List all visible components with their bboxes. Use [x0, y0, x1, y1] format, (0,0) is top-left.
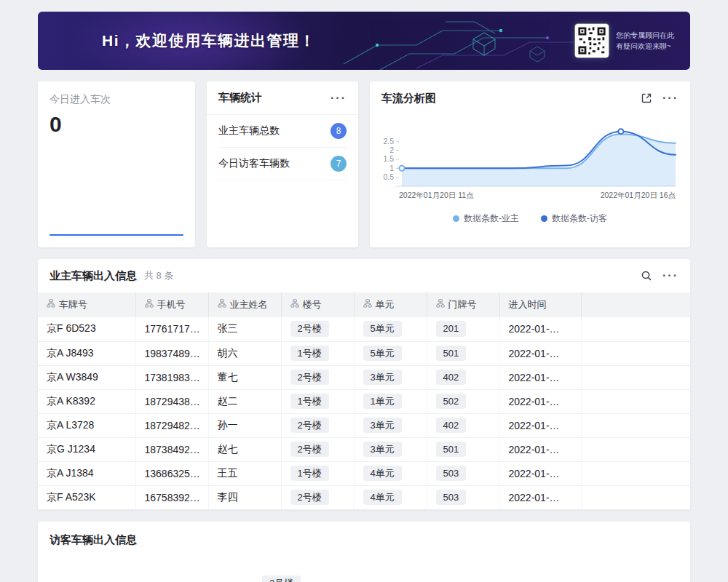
cell-time: 2022-01-… [499, 437, 581, 461]
cell-owner: 胡六 [208, 341, 281, 365]
more-icon[interactable]: ··· [662, 270, 678, 282]
cell-tag: 5单元 [363, 321, 402, 337]
table-row[interactable]: 京F A523K16758392…李四2号楼4单元5032022-01-… [38, 485, 690, 509]
table-row[interactable]: 京F 6D52317761717…张三2号楼5单元2012022-01-… [38, 317, 690, 341]
legend-item[interactable]: 数据条数-访客 [541, 212, 607, 225]
legend-dot [541, 215, 547, 222]
visitor-table-card: 访客车辆出入信息 2号楼 [38, 522, 690, 582]
export-icon[interactable] [641, 92, 652, 104]
chart-legend: 数据条数-业主数据条数-访客 [370, 212, 690, 225]
column-label: 进入时间 [509, 299, 547, 310]
cell-unit: 5单元 [354, 341, 427, 365]
today-entry-label: 今日进入车次 [50, 93, 183, 106]
cell-door: 502 [427, 389, 499, 413]
qr-caption-line1: 您的专属顾问在此 [616, 30, 674, 41]
table-row[interactable]: 京A L372818729482…孙一2号楼3单元4022022-01-… [38, 413, 690, 437]
cell-owner: 张三 [208, 317, 281, 341]
cell-filler [581, 389, 690, 413]
cell-time: 2022-01-… [499, 365, 581, 389]
cell-tag: 503 [436, 466, 467, 482]
owner-table-count: 共 8 条 [144, 269, 173, 282]
cell-tag: 402 [436, 370, 467, 386]
column-header-unit[interactable]: 单元 [354, 292, 427, 317]
more-icon[interactable]: ··· [331, 92, 347, 104]
cell-time: 2022-01-… [499, 389, 581, 413]
cell-tag: 503 [436, 490, 467, 506]
visitor-table-title: 访客车辆出入信息 [50, 533, 678, 547]
cell-building: 1号楼 [281, 389, 354, 413]
svg-text:2022年01月20日 16点: 2022年01月20日 16点 [601, 191, 676, 199]
cell-tag: 2号楼 [290, 321, 329, 337]
column-header-door[interactable]: 门牌号 [427, 292, 499, 317]
field-type-icon [218, 299, 226, 308]
cell-owner: 董七 [208, 365, 281, 389]
vehicle-stats-list: 业主车辆总数8今日访客车辆数7 [207, 115, 358, 180]
column-label: 业主姓名 [230, 299, 268, 310]
more-icon[interactable]: ··· [662, 92, 678, 104]
cell-filler [581, 341, 690, 365]
column-header-phone[interactable]: 手机号 [135, 292, 208, 317]
table-row[interactable]: 京A J849319837489…胡六1号楼5单元5012022-01-… [38, 341, 690, 365]
cell-tag: 3单元 [363, 370, 402, 386]
cell-tag: 2号楼 [290, 370, 329, 386]
stat-label: 业主车辆总数 [218, 124, 280, 137]
column-header-filler [581, 292, 690, 317]
column-header-building[interactable]: 楼号 [281, 292, 354, 317]
cell-door: 503 [427, 461, 499, 485]
cell-unit: 5单元 [354, 317, 427, 341]
column-label: 手机号 [157, 299, 186, 310]
column-header-time[interactable]: 进入时间 [499, 292, 581, 317]
column-label: 单元 [376, 299, 395, 310]
cell-door: 402 [427, 365, 499, 389]
stat-count-badge: 8 [331, 123, 347, 139]
qr-caption: 您的专属顾问在此 有疑问欢迎来聊~ [616, 30, 674, 52]
cell-phone: 13686325… [135, 461, 208, 485]
partial-row-tag: 2号楼 [262, 575, 301, 582]
column-label: 门牌号 [448, 299, 477, 310]
column-label: 车牌号 [59, 299, 87, 310]
cell-time: 2022-01-… [499, 485, 581, 509]
cell-tag: 5单元 [363, 346, 402, 362]
column-header-plate[interactable]: 车牌号 [38, 292, 135, 317]
cell-owner: 王五 [208, 461, 281, 485]
cell-building: 2号楼 [281, 365, 354, 389]
field-type-icon [436, 299, 445, 308]
search-icon[interactable] [641, 270, 652, 282]
cell-plate: 京F A523K [38, 485, 135, 509]
table-row[interactable]: 京A K839218729438…赵二1号楼1单元5022022-01-… [38, 389, 690, 413]
cell-tag: 402 [436, 418, 467, 434]
stat-label: 今日访客车辆数 [218, 157, 290, 170]
column-header-owner[interactable]: 业主姓名 [208, 292, 281, 317]
cell-filler [581, 413, 690, 437]
cell-tag: 2号楼 [290, 490, 329, 506]
cell-building: 1号楼 [281, 341, 354, 365]
cell-filler [581, 485, 690, 509]
qr-caption-line2: 有疑问欢迎来聊~ [616, 41, 674, 52]
today-entry-card: 今日进入车次 0 [38, 81, 195, 247]
cell-phone: 18738492… [135, 437, 208, 461]
cell-door: 402 [427, 413, 499, 437]
cell-time: 2022-01-… [499, 341, 581, 365]
cell-tag: 502 [436, 394, 467, 410]
cell-phone: 18729482… [135, 413, 208, 437]
legend-label: 数据条数-业主 [464, 212, 519, 225]
cell-filler [581, 317, 690, 341]
qr-code-image [577, 26, 606, 55]
cell-unit: 3单元 [354, 365, 427, 389]
cell-building: 2号楼 [281, 413, 354, 437]
cell-plate: 京A J8493 [38, 341, 135, 365]
svg-text:2: 2 [389, 146, 394, 154]
legend-item[interactable]: 数据条数-业主 [453, 212, 519, 225]
cell-building: 2号楼 [281, 317, 354, 341]
cell-tag: 1单元 [363, 394, 402, 410]
cell-unit: 4单元 [354, 485, 427, 509]
cell-tag: 1号楼 [290, 346, 329, 362]
field-type-icon [290, 299, 299, 308]
table-row[interactable]: 京G J123418738492…赵七2号楼3单元5012022-01-… [38, 437, 690, 461]
table-row[interactable]: 京A W384917381983…董七2号楼3单元4022022-01-… [38, 365, 690, 389]
cell-tag: 1号楼 [290, 394, 329, 410]
legend-dot [453, 215, 459, 222]
svg-text:0.5: 0.5 [383, 172, 394, 181]
cell-tag: 201 [436, 321, 467, 337]
table-row[interactable]: 京A J138413686325…王五1号楼4单元5032022-01-… [38, 461, 690, 485]
